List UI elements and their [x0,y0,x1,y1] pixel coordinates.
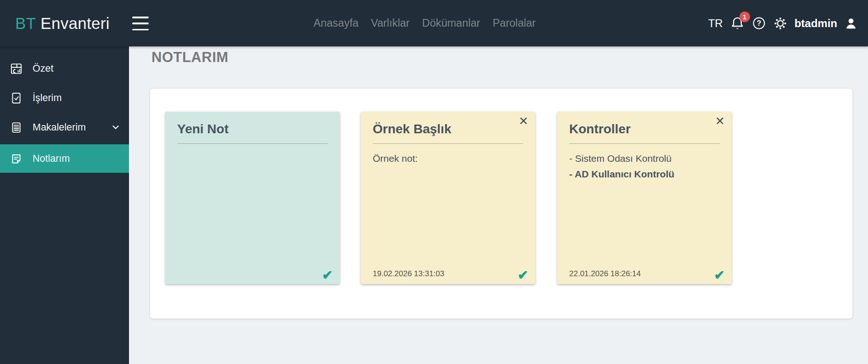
settings-button[interactable] [773,16,788,31]
note-title-field[interactable]: Kontroller [569,122,720,144]
notifications-button[interactable]: 1 [730,16,745,31]
note-card-yeni-not: Yeni Not ✔ [165,112,340,284]
language-selector[interactable]: TR [708,17,723,30]
user-menu-button[interactable] [844,17,858,30]
topbar: BT Envanteri Anasayfa Varlıklar Dökümanl… [0,0,868,46]
sidebar-item-notlarim[interactable]: Notlarım [0,144,129,173]
app-logo[interactable]: BT Envanteri [15,0,110,46]
note-title-field[interactable]: Örnek Başlık [373,122,523,144]
nav-link-dokumanlar[interactable]: Dökümanlar [422,17,480,29]
username-label: btadmin [795,17,837,30]
svg-text:?: ? [756,19,761,27]
close-icon[interactable]: ✕ [715,115,725,127]
main-content: NOTLARIM Yeni Not ✔ ✕ Örnek Başlık Örnek… [129,46,868,364]
help-button[interactable]: ? [752,16,766,30]
top-navigation: Anasayfa Varlıklar Dökümanlar Parolalar [314,0,536,46]
sidebar-item-label: Notlarım [33,153,70,165]
note-body-line: - Sistem Odası Kontrolü [569,151,720,166]
sidebar-item-makalelerim[interactable]: Makalelerim [0,113,129,142]
nav-link-anasayfa[interactable]: Anasayfa [314,17,358,29]
help-icon: ? [752,16,766,30]
gear-icon [773,16,788,31]
note-body-field[interactable]: Örnek not: [373,151,523,166]
note-body-line: Örnek not: [373,151,523,166]
app-logo-prefix: BT [15,14,36,33]
note-icon [10,153,22,165]
sidebar-item-ozet[interactable]: Özet [0,54,129,83]
hamburger-menu-icon[interactable] [132,17,149,30]
check-icon[interactable]: ✔ [518,269,528,282]
sidebar-item-label: Makalelerim [33,122,86,133]
notes-panel: Yeni Not ✔ ✕ Örnek Başlık Örnek not: 19.… [150,89,852,318]
topbar-right-cluster: TR 1 ? [708,0,858,46]
note-card-kontroller: ✕ Kontroller - Sistem Odası Kontrolü - A… [557,112,732,284]
page-title: NOTLARIM [151,49,229,66]
note-card-ornek-baslik: ✕ Örnek Başlık Örnek not: 19.02.2026 13:… [361,112,535,284]
sidebar: Özet İşlerim Makalelerim [0,46,129,364]
nav-link-parolalar[interactable]: Parolalar [493,17,536,29]
chevron-down-icon[interactable] [111,122,121,132]
check-icon[interactable]: ✔ [714,269,725,282]
note-body-line: - AD Kullanıcı Kontrolü [569,166,720,182]
note-body-field[interactable]: - Sistem Odası Kontrolü - AD Kullanıcı K… [569,151,720,182]
sidebar-item-label: İşlerim [33,92,62,104]
app-logo-name: Envanteri [40,14,110,33]
person-icon [844,17,858,30]
article-icon [10,121,22,134]
close-icon[interactable]: ✕ [519,115,528,127]
notification-count-badge: 1 [739,11,750,22]
nav-link-varliklar[interactable]: Varlıklar [371,17,409,29]
check-icon[interactable]: ✔ [322,269,333,282]
note-title-field[interactable]: Yeni Not [177,122,328,144]
summary-icon [10,63,22,75]
task-check-icon [10,92,22,104]
sidebar-item-label: Özet [33,63,53,74]
sidebar-item-islerim[interactable]: İşlerim [0,83,129,113]
note-timestamp: 22.01.2026 18:26:14 [569,269,641,279]
note-timestamp: 19.02.2026 13:31:03 [373,269,444,279]
